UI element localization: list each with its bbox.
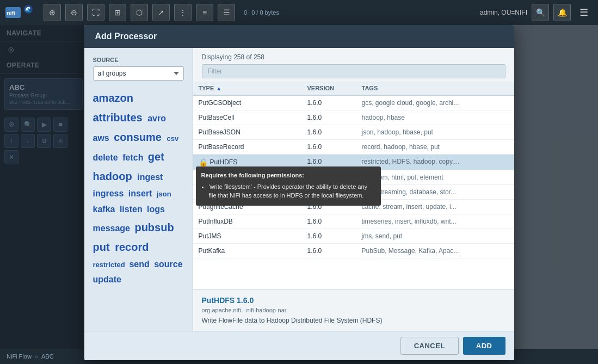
sort-arrow-type: ▲ (216, 85, 221, 91)
td-version: 1.6.0 (302, 229, 356, 243)
td-version: 1.6.0 (302, 110, 356, 125)
tag-update[interactable]: update (93, 275, 121, 284)
tag-message[interactable]: message (93, 224, 133, 233)
tag-amazon[interactable]: amazon (93, 92, 133, 104)
table-row[interactable]: PutJMS1.6.0jms, send, put (193, 229, 514, 244)
tags-cloud: amazon attributes avro aws consume csv d… (93, 88, 184, 288)
tag-pubsub[interactable]: pubsub (134, 221, 174, 233)
tag-hadoop[interactable]: hadoop (93, 170, 135, 182)
filter-input[interactable] (202, 64, 505, 78)
tag-consume[interactable]: consume (114, 131, 164, 143)
svg-text:🌊: 🌊 (25, 6, 32, 13)
user-info: admin, OU=NIFI (480, 9, 527, 16)
td-type: PutGCSObject (193, 96, 302, 110)
tag-listen[interactable]: listen (120, 205, 145, 214)
breadcrumb-root[interactable]: NiFi Flow (7, 353, 32, 360)
td-type: PutKafka (193, 244, 302, 258)
svg-text:nifi: nifi (7, 10, 16, 16)
td-version: 1.6.0 (302, 125, 356, 139)
tag-aws[interactable]: aws (93, 133, 112, 143)
processor-btn[interactable]: ⬡ (131, 4, 148, 21)
td-type: PutInfluxDB (193, 214, 302, 229)
nifi-logo: nifi 🌊 (5, 3, 38, 22)
td-tags: record, hadoop, hbase, put (356, 140, 514, 154)
tag-avro[interactable]: avro (147, 114, 166, 123)
td-type: PutBaseJSON (193, 125, 302, 139)
layout-btn[interactable]: ⊞ (109, 4, 126, 21)
table-row[interactable]: PutBaseJSON1.6.0json, hadoop, hbase, put (193, 125, 514, 140)
selected-processor-title: PutHDFS 1.6.0 (202, 296, 505, 305)
toolbar-icons: ⊕ ⊖ ⛶ ⊞ ⬡ ↗ ⋮ ≡ ☰ 0 0 / 0 bytes (44, 4, 480, 21)
td-type: PutBaseRecord (193, 140, 302, 154)
cancel-button[interactable]: CANCEL (400, 337, 459, 355)
td-version: 1.6.0 (302, 170, 356, 184)
tag-delete[interactable]: delete (93, 153, 121, 162)
table-row[interactable]: PutInfluxDB1.6.0timeseries, insert, infl… (193, 214, 514, 229)
td-tags: json, hadoop, hbase, put (356, 125, 514, 139)
td-type: PutHTMLElement (193, 170, 302, 184)
tag-ingress[interactable]: ingress (93, 189, 126, 198)
tag-csv[interactable]: csv (167, 134, 179, 143)
tag-put[interactable]: put (93, 241, 113, 253)
td-tags: hive, streaming, database, stor... (356, 185, 514, 199)
restricted-icon: 🔒 (199, 158, 208, 166)
fit-btn[interactable]: ⛶ (87, 4, 104, 21)
modal-left-panel: Source all groups amazon attributes avro… (84, 48, 193, 331)
td-type: PutJMS (193, 229, 302, 243)
tag-get[interactable]: get (148, 151, 164, 163)
table-row[interactable]: PutIgniteCache1.6.0cache, stream, insert… (193, 200, 514, 214)
td-type: PutIgniteCache (193, 200, 302, 214)
zoom-out-btn[interactable]: ⊖ (65, 4, 83, 21)
th-type[interactable]: Type ▲ (193, 82, 302, 95)
table-row[interactable]: PutKafka1.6.0PubSub, Message, Kafka, Apa… (193, 244, 514, 258)
td-version: 1.6.0 (302, 140, 356, 154)
toolbar-right: admin, OU=NIFI 🔍 🔔 ☰ (480, 4, 593, 21)
tag-send[interactable]: send (129, 260, 152, 269)
table-row[interactable]: PutHTMLElement1.6.0css, dom, html, put, … (193, 170, 514, 185)
modal-header: Add Processor (84, 25, 514, 48)
tag-insert[interactable]: insert (128, 189, 155, 198)
tag-fetch[interactable]: fetch (122, 153, 146, 162)
modal-right-panel: Displaying 258 of 258 Type ▲ Version (193, 48, 514, 331)
breadcrumb-current[interactable]: ABC (41, 353, 54, 360)
tag-json[interactable]: json (157, 190, 171, 198)
source-label: Source (93, 57, 184, 63)
processor-table: Type ▲ Version Tags PutGCSObject1.6.0gcs… (193, 82, 514, 289)
tag-record[interactable]: record (115, 241, 149, 253)
td-version: 1.6.0 (302, 214, 356, 229)
remote-btn[interactable]: ↗ (152, 4, 170, 21)
tag-restricted[interactable]: restricted (93, 261, 127, 269)
td-version: 1.6.0 (302, 155, 356, 170)
td-tags: gcs, google cloud, google, archi... (356, 96, 514, 110)
th-tags[interactable]: Tags (356, 82, 514, 95)
td-tags: timeseries, insert, influxdb, writ... (356, 214, 514, 229)
table-header: Type ▲ Version Tags (193, 82, 514, 96)
td-type: 🔒PutHDFS (193, 155, 302, 170)
table-rows: PutGCSObject1.6.0gcs, google cloud, goog… (193, 96, 514, 258)
tag-source[interactable]: source (154, 260, 182, 269)
th-version[interactable]: Version (302, 82, 356, 95)
table-row[interactable]: PutBaseRecord1.6.0record, hadoop, hbase,… (193, 140, 514, 155)
funnel-btn[interactable]: ⋮ (174, 4, 192, 21)
tag-attributes[interactable]: attributes (93, 112, 146, 124)
table-row[interactable]: PutGCSObject1.6.0gcs, google cloud, goog… (193, 96, 514, 110)
table-row[interactable]: PutBaseCell1.6.0hadoop, hbase (193, 110, 514, 125)
table-row[interactable]: PutHiveStreaming1.6.0hive, streaming, da… (193, 185, 514, 200)
table-row[interactable]: Requires the following permissions:'writ… (193, 155, 514, 170)
zoom-in-btn[interactable]: ⊕ (44, 4, 61, 21)
source-select[interactable]: all groups (93, 66, 184, 81)
menu-btn[interactable]: ☰ (218, 4, 235, 21)
modal-right-top: Displaying 258 of 258 (193, 48, 514, 78)
search-btn[interactable]: 🔍 (532, 4, 549, 21)
add-button[interactable]: ADD (463, 337, 505, 355)
td-type: PutHiveStreaming (193, 185, 302, 199)
tag-ingest[interactable]: ingest (137, 172, 163, 182)
td-version: 1.6.0 (302, 96, 356, 110)
tag-logs[interactable]: logs (147, 205, 165, 214)
connect-btn[interactable]: ≡ (196, 4, 213, 21)
display-count: Displaying 258 of 258 (202, 53, 505, 61)
td-tags: hadoop, hbase (356, 110, 514, 125)
hamburger-menu[interactable]: ☰ (575, 4, 593, 21)
notifications-btn[interactable]: 🔔 (553, 4, 571, 21)
tag-kafka[interactable]: kafka (93, 205, 118, 214)
